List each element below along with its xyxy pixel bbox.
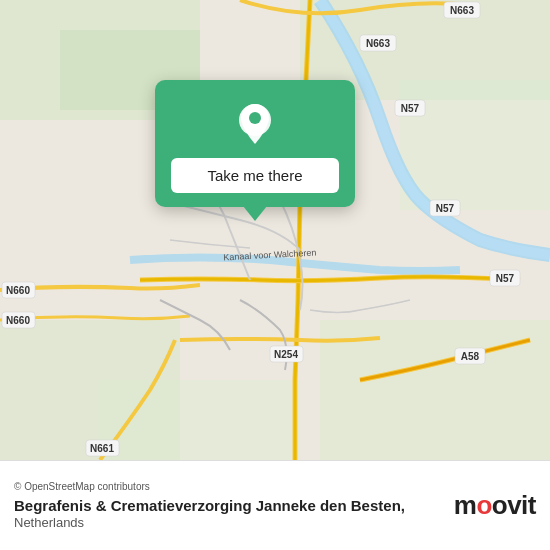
map-view: N663 N663 N57 N57 N57 N660 N660 N661 N25… [0, 0, 550, 460]
osm-credit: © OpenStreetMap contributors [14, 481, 442, 492]
moovit-text: moovit [454, 490, 536, 521]
location-popup: Take me there [155, 80, 355, 207]
moovit-dot: o [476, 490, 491, 520]
moovit-logo: moovit [454, 490, 536, 521]
map-svg: N663 N663 N57 N57 N57 N660 N660 N661 N25… [0, 0, 550, 460]
svg-text:N660: N660 [6, 315, 30, 326]
take-me-there-button[interactable]: Take me there [171, 158, 339, 193]
svg-text:N57: N57 [496, 273, 515, 284]
info-bar: © OpenStreetMap contributors Begrafenis … [0, 460, 550, 550]
svg-rect-4 [400, 80, 550, 210]
svg-text:N661: N661 [90, 443, 114, 454]
svg-text:N57: N57 [436, 203, 455, 214]
svg-text:A58: A58 [461, 351, 480, 362]
place-name: Begrafenis & Crematieverzorging Janneke … [14, 496, 442, 516]
svg-point-30 [249, 112, 261, 124]
svg-text:N663: N663 [366, 38, 390, 49]
svg-text:N660: N660 [6, 285, 30, 296]
svg-text:N57: N57 [401, 103, 420, 114]
svg-text:N254: N254 [274, 349, 298, 360]
svg-text:N663: N663 [450, 5, 474, 16]
info-text: © OpenStreetMap contributors Begrafenis … [14, 481, 442, 531]
place-country: Netherlands [14, 515, 442, 530]
location-pin-icon [231, 100, 279, 148]
